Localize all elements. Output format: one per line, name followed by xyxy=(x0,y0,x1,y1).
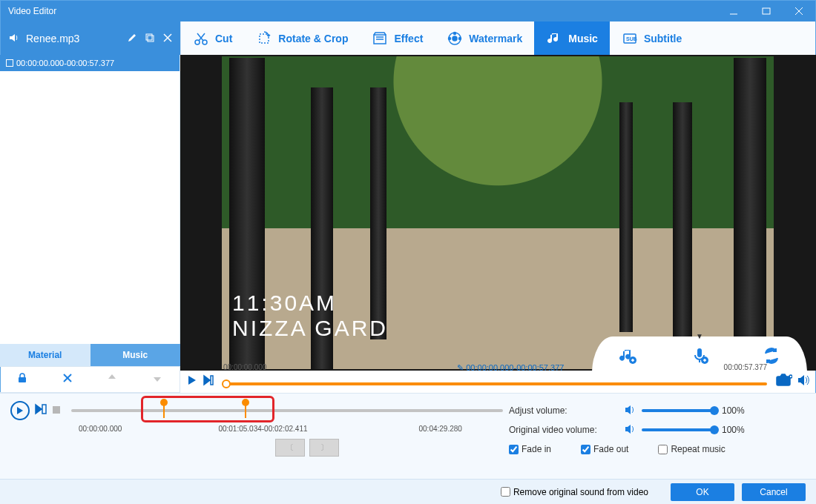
audio-range-time: 00:01:05.034-00:02:02.411 xyxy=(218,425,307,433)
edit-icon[interactable] xyxy=(127,33,137,45)
clip-thumb-icon xyxy=(6,59,13,67)
bottom-bar: Remove original sound from video OK Canc… xyxy=(0,479,816,504)
add-voiceover-icon[interactable] xyxy=(690,346,709,368)
effect-icon xyxy=(372,30,388,47)
video-preview: 11:30AM NIZZA GARD ▼ xyxy=(180,55,816,371)
minimize-button[interactable] xyxy=(717,1,750,21)
video-overlay-text: 11:30AM NIZZA GARD xyxy=(232,291,388,341)
mark-in-button[interactable]: 〔 xyxy=(275,439,305,457)
tab-watermark[interactable]: Watermark xyxy=(435,21,534,56)
watermark-icon xyxy=(447,30,463,47)
clip-item[interactable]: 00:00:00.000-00:00:57.377 xyxy=(0,55,180,71)
svg-rect-4 xyxy=(146,34,152,40)
timeline-end: 00:00:57.377 xyxy=(724,363,767,371)
audio-start-time: 00:00:00.000 xyxy=(79,425,122,433)
overlay-title: NIZZA GARD xyxy=(232,316,388,341)
orig-volume-slider[interactable] xyxy=(642,428,716,431)
play-next-button[interactable] xyxy=(203,374,214,389)
sidebar-controls xyxy=(0,366,180,393)
audio-marker-end[interactable] xyxy=(245,403,246,418)
chevron-down-icon[interactable]: ▼ xyxy=(696,332,703,340)
ok-button[interactable]: OK xyxy=(671,483,734,501)
audio-end-time: 00:04:29.280 xyxy=(419,425,462,433)
close-button[interactable] xyxy=(783,1,815,21)
mark-out-button[interactable]: 〕 xyxy=(309,439,339,457)
tab-cut[interactable]: Cut xyxy=(181,21,244,56)
remove-original-checkbox[interactable]: Remove original sound from video xyxy=(501,487,648,497)
file-header: Renee.mp3 xyxy=(1,21,181,56)
tab-music[interactable]: Music xyxy=(534,21,610,56)
adjust-volume-value: 100% xyxy=(722,405,745,416)
svg-rect-5 xyxy=(148,36,154,42)
tab-effect[interactable]: Effect xyxy=(360,21,435,56)
titlebar: Video Editor xyxy=(1,1,815,21)
cancel-button[interactable]: Cancel xyxy=(742,483,806,501)
svg-rect-1 xyxy=(763,8,770,14)
svg-point-26 xyxy=(781,379,786,383)
overlay-time: 11:30AM xyxy=(232,291,388,316)
toolbar: Renee.mp3 Cut Rotate & Crop Effect Water… xyxy=(1,21,815,56)
fade-in-checkbox[interactable]: Fade in xyxy=(509,444,551,454)
audio-play-button[interactable] xyxy=(10,401,30,420)
fade-out-checkbox[interactable]: Fade out xyxy=(581,444,628,454)
maximize-button[interactable] xyxy=(750,1,783,21)
svg-point-14 xyxy=(454,32,456,34)
tab-subtitle[interactable]: SUB Subtitle xyxy=(610,21,694,56)
snapshot-button[interactable] xyxy=(776,374,792,390)
sidebar: 00:00:00.000-00:00:57.377 Material Music xyxy=(0,55,180,366)
svg-point-13 xyxy=(453,36,457,41)
delete-icon[interactable] xyxy=(62,372,73,387)
tab-rotate-crop[interactable]: Rotate & Crop xyxy=(244,21,360,56)
crop-icon xyxy=(256,30,272,47)
orig-volume-value: 100% xyxy=(722,425,745,435)
svg-point-16 xyxy=(449,37,451,39)
music-action-bar: ▼ xyxy=(592,336,807,371)
svg-point-15 xyxy=(459,37,461,39)
repeat-music-checkbox[interactable]: Repeat music xyxy=(658,444,725,454)
speaker-icon xyxy=(8,32,20,46)
subtitle-icon: SUB xyxy=(622,30,638,47)
audio-stop-button[interactable] xyxy=(52,404,61,417)
svg-rect-23 xyxy=(697,348,702,357)
audio-timeline: 00:00:00.000 00:01:05.034-00:02:02.411 0… xyxy=(10,401,509,479)
file-name: Renee.mp3 xyxy=(26,33,79,44)
add-music-icon[interactable] xyxy=(618,346,637,368)
remove-icon[interactable] xyxy=(162,33,173,45)
clip-range: 00:00:00.000-00:00:57.377 xyxy=(16,59,114,67)
svg-rect-19 xyxy=(19,377,26,382)
timeline-start: 00:00:00.000 xyxy=(223,363,266,371)
marker-edit-icon[interactable]: ✎ 00:00:00.000-00:00:57.377 xyxy=(457,363,564,373)
timeline-playhead[interactable] xyxy=(222,379,231,388)
volume-speaker-icon[interactable] xyxy=(624,404,636,418)
orig-volume-label: Original video volume: xyxy=(509,425,616,435)
audio-controls: Adjust volume: 100% Original video volum… xyxy=(509,401,806,479)
move-up-icon[interactable] xyxy=(106,372,118,387)
move-down-icon[interactable] xyxy=(151,372,163,387)
sidebar-tab-music[interactable]: Music xyxy=(91,344,181,366)
play-button[interactable] xyxy=(186,374,198,389)
copy-icon[interactable] xyxy=(145,33,155,45)
volume-speaker-icon[interactable] xyxy=(624,423,636,437)
audio-marker-start[interactable] xyxy=(163,403,165,418)
main-timeline: 00:00:00.000 ✎ 00:00:00.000-00:00:57.377… xyxy=(180,371,816,393)
timeline-rail[interactable]: 00:00:00.000 ✎ 00:00:00.000-00:00:57.377… xyxy=(223,374,767,390)
lock-icon[interactable] xyxy=(16,372,28,387)
svg-rect-28 xyxy=(53,406,60,414)
svg-text:SUB: SUB xyxy=(626,36,637,42)
window-title: Video Editor xyxy=(8,6,56,16)
adjust-volume-label: Adjust volume: xyxy=(509,405,616,416)
volume-icon[interactable] xyxy=(797,374,810,390)
adjust-volume-slider[interactable] xyxy=(642,409,716,412)
scissors-icon xyxy=(193,30,209,47)
music-icon xyxy=(546,30,562,47)
audio-rail[interactable] xyxy=(71,409,503,412)
sidebar-tab-material[interactable]: Material xyxy=(0,344,91,366)
audio-panel: 00:00:00.000 00:01:05.034-00:02:02.411 0… xyxy=(0,393,816,479)
audio-play-range-button[interactable] xyxy=(34,402,47,419)
